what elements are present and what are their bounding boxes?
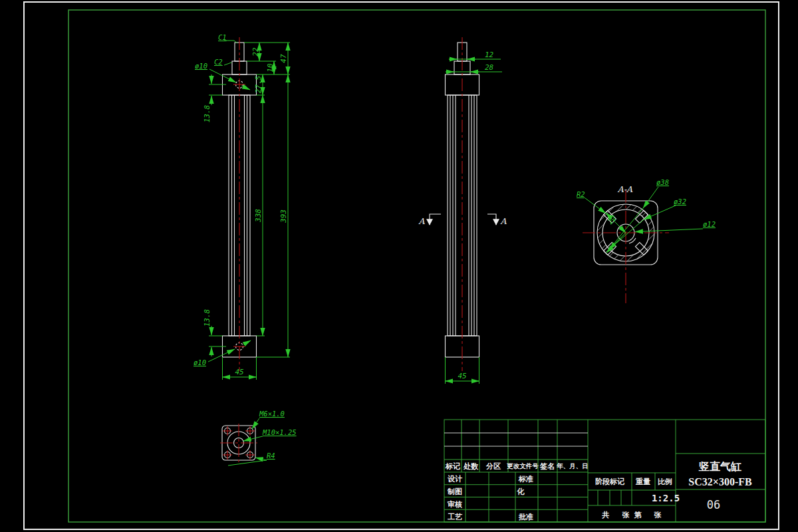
label-dia32: ø32 [674, 198, 686, 205]
front-view: C1 C2 ø10 ø10 22 10 27.5 47 13.8 13.8 33… [194, 33, 290, 380]
label-c1: C1 [218, 33, 227, 41]
section-centerlines [583, 190, 669, 303]
dim-13-8-bottom: 13.8 [203, 309, 211, 327]
tb-weight: 重量 [635, 477, 650, 485]
section-cut-marks [430, 214, 496, 225]
tb-sheet-no-label: 第 [634, 511, 642, 519]
front-dimensions [208, 41, 290, 380]
tb-header-changefile: 更改文件号 [507, 462, 539, 469]
cut-label-a-right: A [499, 216, 507, 226]
tb-stage-mark: 阶段标记 [595, 477, 624, 485]
dim-47: 47 [279, 54, 288, 63]
dim-338: 338 [254, 209, 263, 223]
dim-12: 12 [485, 51, 494, 59]
tb-scale-value: 1:2.5 [652, 493, 680, 503]
side-view: 12 28 45 A A [418, 37, 507, 384]
tb-role-draft: 制图 [447, 487, 462, 495]
flange-view: M6×1.0 M10×1.25 R4 [220, 410, 297, 466]
dim-27-5: 27.5 [254, 76, 263, 94]
side-dimensions [446, 59, 503, 384]
cut-label-a-left: A [418, 216, 425, 226]
section-view-a-a: A-A R2 ø38 ø32 ø12 22 [577, 178, 716, 303]
label-r4: R4 [267, 452, 275, 460]
dim-10: 10 [266, 63, 275, 72]
tb-sheets-total-unit: 张 [622, 511, 630, 519]
label-dia12: ø12 [703, 220, 716, 228]
label-dia10-top: ø10 [195, 62, 207, 70]
tb-scale-label: 比例 [658, 477, 672, 485]
part-name: 竖直气缸 [698, 461, 741, 472]
title-block: 标记 处数 分区 更改文件号 签名 年、月、日 设计 制图 审核 工艺 标准 化… [444, 420, 765, 522]
dim-45-front: 45 [235, 368, 243, 376]
drawing-sheet-number: 06 [707, 498, 720, 511]
section-title: A-A [617, 184, 633, 194]
label-dia10-bottom: ø10 [194, 358, 206, 366]
front-centerlines [233, 37, 245, 371]
label-c2: C2 [214, 58, 223, 66]
tb-sheets-total-label: 共 [602, 511, 610, 519]
tb-header-signature: 签名 [539, 462, 555, 470]
dim-22: 22 [251, 47, 260, 57]
tb-approve: 批准 [518, 513, 533, 521]
tb-sheet-no-unit: 张 [654, 511, 662, 519]
dim-13-8-top: 13.8 [203, 104, 211, 122]
tb-role-design: 设计 [448, 475, 463, 483]
label-dia38: ø38 [656, 178, 669, 186]
label-r2: R2 [577, 190, 585, 198]
tb-role-check: 审核 [448, 500, 462, 509]
part-code: SC32×300-FB [688, 476, 752, 487]
tb-role-process: 工艺 [448, 513, 463, 521]
label-m6: M6×1.0 [259, 410, 285, 418]
tb-standard-line2: 化 [517, 487, 525, 495]
inner-border [68, 10, 765, 522]
tb-header-date: 年、月、日 [556, 462, 589, 469]
tb-header-zone: 分区 [485, 462, 501, 470]
tb-header-mark: 标记 [445, 462, 460, 470]
dim-45-side: 45 [458, 372, 466, 380]
tb-standard-line1: 标准 [518, 475, 533, 483]
drawing-frame [24, 2, 779, 529]
dim-28: 28 [485, 63, 494, 72]
tb-header-count: 处数 [463, 462, 479, 470]
cad-drawing-canvas: C1 C2 ø10 ø10 22 10 27.5 47 13.8 13.8 33… [0, 0, 798, 532]
outer-border [24, 2, 779, 529]
dim-393: 393 [279, 209, 288, 223]
label-m10: M10×1.25 [262, 428, 297, 436]
